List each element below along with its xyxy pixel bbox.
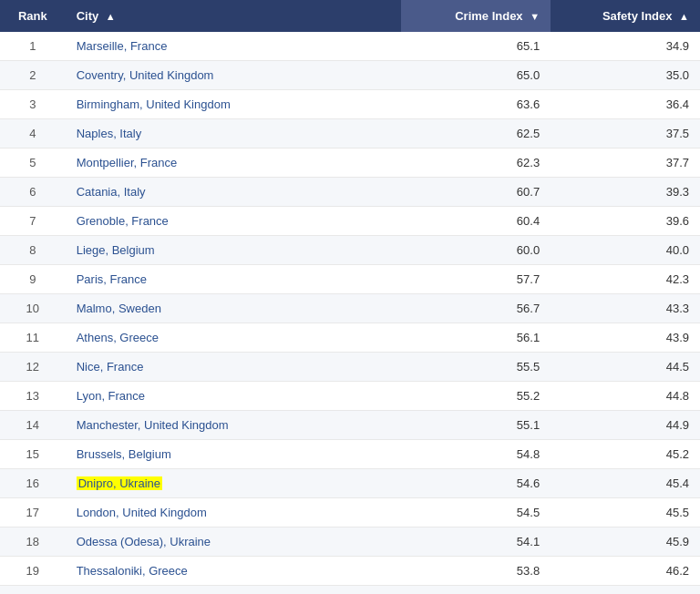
safety-index-cell: 39.3: [551, 178, 700, 207]
rank-cell: 2: [0, 61, 66, 90]
rank-cell: 13: [0, 382, 66, 411]
safety-header-label: Safety Index: [602, 9, 673, 23]
safety-index-column-header[interactable]: Safety Index ▲: [551, 0, 700, 32]
crime-header-label: Crime Index: [455, 9, 522, 23]
table-row: 19Thessaloniki, Greece53.846.2: [0, 557, 700, 586]
crime-index-cell: 60.7: [401, 178, 551, 207]
safety-index-cell: 45.4: [551, 469, 700, 498]
safety-index-cell: 43.9: [551, 323, 700, 353]
table-row: 8Liege, Belgium60.040.0: [0, 236, 700, 265]
city-cell[interactable]: Thessaloniki, Greece: [66, 557, 402, 586]
city-cell[interactable]: Montpellier, France: [66, 148, 402, 178]
table-row: 1Marseille, France65.134.9: [0, 32, 700, 61]
crime-index-cell: 65.1: [401, 32, 551, 61]
safety-index-cell: 42.3: [551, 265, 700, 294]
rank-cell: 4: [0, 119, 66, 148]
safety-index-cell: 36.4: [551, 90, 700, 119]
city-column-header[interactable]: City ▲: [66, 0, 402, 32]
city-cell[interactable]: Brussels, Belgium: [66, 440, 402, 469]
city-cell[interactable]: Manchester, United Kingdom: [66, 411, 402, 440]
safety-index-cell: 44.5: [551, 353, 700, 382]
crime-index-cell: 65.0: [401, 61, 551, 90]
safety-index-cell: 43.3: [551, 294, 700, 323]
safety-index-cell: 37.7: [551, 148, 700, 178]
rank-cell: 1: [0, 32, 66, 61]
city-cell[interactable]: Coventry, United Kingdom: [66, 61, 402, 90]
table-row: 7Grenoble, France60.439.6: [0, 207, 700, 236]
rank-cell: 12: [0, 353, 66, 382]
safety-index-cell: 45.2: [551, 440, 700, 469]
table-row: 10Malmo, Sweden56.743.3: [0, 294, 700, 323]
table-row: 6Catania, Italy60.739.3: [0, 178, 700, 207]
rank-cell: 9: [0, 265, 66, 294]
rank-cell: 17: [0, 498, 66, 527]
crime-index-cell: 55.5: [401, 353, 551, 382]
table-row: 16Dnipro, Ukraine54.645.4: [0, 469, 700, 498]
rank-cell: 15: [0, 440, 66, 469]
safety-index-cell: 44.9: [551, 411, 700, 440]
rank-header-label: Rank: [18, 9, 47, 23]
safety-index-cell: 37.5: [551, 119, 700, 148]
crime-index-cell: 63.6: [401, 90, 551, 119]
table-row: 4Naples, Italy62.537.5: [0, 119, 700, 148]
safety-index-cell: 39.6: [551, 207, 700, 236]
rank-cell: 10: [0, 294, 66, 323]
city-cell[interactable]: Birmingham, United Kingdom: [66, 90, 402, 119]
table-row: 3Birmingham, United Kingdom63.636.4: [0, 90, 700, 119]
table-row: 20Dublin, Ireland52.947.1: [0, 586, 700, 595]
city-cell[interactable]: Odessa (Odesa), Ukraine: [66, 527, 402, 557]
rank-cell: 7: [0, 207, 66, 236]
table-row: 9Paris, France57.742.3: [0, 265, 700, 294]
rank-cell: 16: [0, 469, 66, 498]
table-row: 14Manchester, United Kingdom55.144.9: [0, 411, 700, 440]
city-cell[interactable]: Athens, Greece: [66, 323, 402, 353]
crime-index-cell: 62.5: [401, 119, 551, 148]
rank-column-header[interactable]: Rank: [0, 0, 66, 32]
safety-index-cell: 45.5: [551, 498, 700, 527]
safety-index-cell: 40.0: [551, 236, 700, 265]
table-row: 18Odessa (Odesa), Ukraine54.145.9: [0, 527, 700, 557]
safety-index-cell: 46.2: [551, 557, 700, 586]
city-cell[interactable]: Dnipro, Ukraine: [66, 469, 402, 498]
crime-index-column-header[interactable]: Crime Index ▼: [401, 0, 551, 32]
table-row: 2Coventry, United Kingdom65.035.0: [0, 61, 700, 90]
safety-index-cell: 45.9: [551, 527, 700, 557]
crime-index-cell: 55.2: [401, 382, 551, 411]
rank-cell: 8: [0, 236, 66, 265]
crime-index-cell: 60.0: [401, 236, 551, 265]
safety-index-cell: 44.8: [551, 382, 700, 411]
crime-index-cell: 54.5: [401, 498, 551, 527]
city-cell[interactable]: Lyon, France: [66, 382, 402, 411]
city-cell[interactable]: London, United Kingdom: [66, 498, 402, 527]
city-cell[interactable]: Liege, Belgium: [66, 236, 402, 265]
rank-cell: 14: [0, 411, 66, 440]
city-cell[interactable]: Malmo, Sweden: [66, 294, 402, 323]
city-cell[interactable]: Grenoble, France: [66, 207, 402, 236]
rank-cell: 19: [0, 557, 66, 586]
crime-index-cell: 53.8: [401, 557, 551, 586]
city-cell[interactable]: Catania, Italy: [66, 178, 402, 207]
city-cell[interactable]: Dublin, Ireland: [66, 586, 402, 595]
rank-cell: 6: [0, 178, 66, 207]
table-row: 11Athens, Greece56.143.9: [0, 323, 700, 353]
safety-index-cell: 47.1: [551, 586, 700, 595]
city-cell[interactable]: Paris, France: [66, 265, 402, 294]
city-sort-icon: ▲: [106, 11, 116, 22]
city-cell[interactable]: Naples, Italy: [66, 119, 402, 148]
table-body: 1Marseille, France65.134.92Coventry, Uni…: [0, 32, 700, 594]
crime-index-cell: 54.1: [401, 527, 551, 557]
crime-index-cell: 52.9: [401, 586, 551, 595]
crime-index-cell: 54.8: [401, 440, 551, 469]
table-row: 12Nice, France55.544.5: [0, 353, 700, 382]
rank-cell: 5: [0, 148, 66, 178]
table-row: 5Montpellier, France62.337.7: [0, 148, 700, 178]
highlighted-city-label: Dnipro, Ukraine: [77, 476, 162, 490]
crime-index-cell: 56.1: [401, 323, 551, 353]
crime-sort-icon: ▼: [530, 11, 540, 22]
city-cell[interactable]: Nice, France: [66, 353, 402, 382]
crime-index-cell: 55.1: [401, 411, 551, 440]
rank-cell: 11: [0, 323, 66, 353]
table-row: 13Lyon, France55.244.8: [0, 382, 700, 411]
safety-index-cell: 35.0: [551, 61, 700, 90]
city-cell[interactable]: Marseille, France: [66, 32, 402, 61]
